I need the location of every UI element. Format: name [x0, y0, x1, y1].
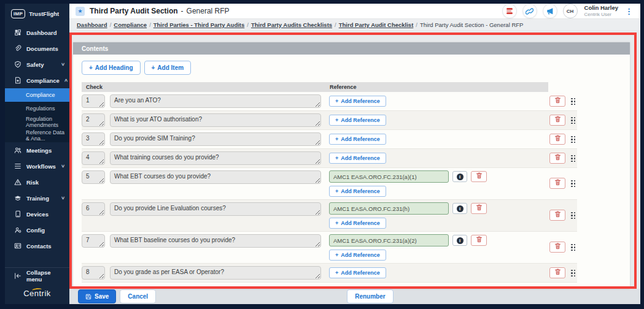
row-delete-button[interactable]: [549, 210, 565, 221]
row-controls: [549, 115, 575, 126]
breadcrumb: Dashboard/Compliance/Third Parties - Thi…: [69, 19, 640, 30]
activity-log-button[interactable]: [502, 4, 517, 18]
window-frame: IMP TrustFlight DashboardDocumentsSafety…: [0, 0, 644, 309]
row-delete-button[interactable]: [549, 242, 565, 253]
sidebar-subitem-reference-data-ana[interactable]: Reference Data & Ana...: [5, 129, 69, 142]
check-question-input[interactable]: [110, 151, 321, 165]
page-title: Third Party Audit Section: [90, 7, 178, 15]
add-reference-button[interactable]: +Add Reference: [329, 267, 386, 278]
save-button[interactable]: Save: [78, 289, 116, 303]
collapse-menu-button[interactable]: Collapse menu: [5, 268, 69, 284]
page-header: ★ Third Party Audit Section - General RF…: [69, 4, 640, 19]
sidebar-subitem-compliance[interactable]: Compliance: [5, 88, 69, 102]
breadcrumb-separator: /: [335, 21, 336, 28]
reference-delete-button[interactable]: [471, 203, 487, 214]
drag-handle[interactable]: [571, 98, 575, 105]
drag-handle[interactable]: [571, 155, 575, 162]
check-question-input[interactable]: [110, 132, 321, 146]
sidebar-item-documents[interactable]: Documents: [5, 40, 69, 56]
check-question-input[interactable]: [110, 94, 321, 108]
reference-info-button[interactable]: [452, 203, 467, 214]
add-heading-button[interactable]: + Add Heading: [82, 61, 141, 75]
check-question-input[interactable]: [110, 234, 321, 248]
chevron-up-icon: ∧: [64, 78, 68, 83]
add-reference-button[interactable]: +Add Reference: [329, 250, 386, 261]
add-reference-button[interactable]: +Add Reference: [329, 96, 386, 107]
plus-icon: +: [89, 64, 93, 71]
title-separator: -: [181, 7, 184, 15]
dashboard-icon: [14, 29, 21, 37]
check-number-input[interactable]: [82, 94, 105, 108]
row-delete-button[interactable]: [549, 267, 565, 278]
row-delete-button[interactable]: [549, 115, 565, 126]
add-reference-button[interactable]: +Add Reference: [329, 153, 386, 164]
brand-name: TrustFlight: [29, 10, 59, 17]
add-reference-button[interactable]: +Add Reference: [329, 134, 386, 145]
drag-handle[interactable]: [571, 212, 575, 219]
row-delete-button[interactable]: [549, 134, 565, 145]
check-number-input[interactable]: [82, 170, 105, 184]
breadcrumb-link[interactable]: Third Party Audits Checklists: [251, 21, 332, 28]
info-icon: [457, 174, 464, 180]
add-reference-button[interactable]: +Add Reference: [329, 218, 386, 229]
drag-handle[interactable]: [571, 136, 575, 143]
reference-cell: AMC1 EASA.ORO.FC.231(a)(1)+Add Reference: [329, 170, 548, 197]
sidebar-subitem-regulations[interactable]: Regulations: [5, 102, 69, 115]
drag-handle[interactable]: [571, 180, 575, 188]
row-controls: [549, 178, 575, 189]
check-number-input[interactable]: [82, 234, 105, 248]
sidebar-item-devices[interactable]: Devices: [5, 206, 69, 222]
check-question-input[interactable]: [110, 113, 321, 127]
cancel-button[interactable]: Cancel: [120, 289, 156, 303]
kebab-menu-icon[interactable]: ⋮: [624, 7, 634, 16]
breadcrumb-link[interactable]: Third Parties - Third Party Audits: [153, 21, 245, 28]
check-number-input[interactable]: [82, 151, 105, 165]
check-number-input[interactable]: [82, 202, 105, 216]
link-button[interactable]: [522, 4, 537, 18]
collapse-menu-label: Collapse menu: [26, 269, 64, 283]
breadcrumb-link[interactable]: Compliance: [114, 21, 147, 28]
check-number-input[interactable]: [82, 266, 105, 280]
sidebar-subitem-regulation-amendments[interactable]: Regulation Amendments: [5, 115, 69, 129]
contacts-icon: [14, 242, 21, 250]
sidebar-item-contacts[interactable]: Contacts: [5, 238, 69, 254]
reference-info-button[interactable]: [452, 235, 467, 246]
add-reference-button[interactable]: +Add Reference: [329, 115, 386, 126]
drag-handle[interactable]: [571, 270, 575, 277]
reference-delete-button[interactable]: [471, 235, 487, 246]
sidebar-item-config[interactable]: Config: [5, 222, 69, 238]
breadcrumb-link[interactable]: Third Party Audit Checklist: [339, 21, 414, 28]
user-avatar[interactable]: CH: [563, 4, 578, 18]
check-question-input[interactable]: [110, 266, 321, 280]
checklist-row: AMC1 EASA.ORO.FC.231(a)(1)+Add Reference: [82, 168, 577, 200]
sidebar-item-risk[interactable]: Risk: [5, 174, 69, 190]
risk-icon: [14, 178, 21, 186]
sidebar-item-dashboard[interactable]: Dashboard: [5, 25, 69, 40]
row-delete-button[interactable]: [549, 96, 565, 107]
check-number-input[interactable]: [82, 132, 105, 146]
reference-delete-button[interactable]: [471, 171, 487, 182]
drag-handle[interactable]: [571, 244, 575, 251]
add-reference-button[interactable]: +Add Reference: [329, 186, 386, 197]
check-question-input[interactable]: [110, 170, 321, 184]
shield-icon: [14, 61, 21, 69]
sidebar-item-workflows[interactable]: Workflows∨: [5, 158, 69, 174]
check-number-input[interactable]: [82, 113, 105, 127]
row-delete-button[interactable]: [549, 153, 565, 164]
row-delete-button[interactable]: [549, 178, 565, 189]
breadcrumb-separator: /: [416, 21, 417, 28]
renumber-button[interactable]: Renumber: [347, 289, 393, 303]
drag-handle[interactable]: [571, 117, 575, 124]
reference-info-button[interactable]: [452, 171, 467, 182]
reference-cell: AMC1 EASA.ORO.FC.231(a)(2)+Add Reference: [329, 234, 548, 261]
sidebar-item-compliance[interactable]: Compliance∧: [5, 72, 69, 88]
config-icon: [14, 226, 21, 234]
breadcrumb-link[interactable]: Dashboard: [77, 21, 107, 28]
sidebar-item-meetings[interactable]: Meetings: [5, 142, 69, 158]
announcement-button[interactable]: [543, 4, 557, 18]
sidebar-item-safety[interactable]: Safety∨: [5, 56, 69, 72]
panel-title: Contents: [73, 42, 630, 55]
add-item-button[interactable]: + Add Item: [144, 61, 192, 75]
check-question-input[interactable]: [110, 202, 321, 216]
sidebar-item-training[interactable]: Training∨: [5, 190, 69, 206]
